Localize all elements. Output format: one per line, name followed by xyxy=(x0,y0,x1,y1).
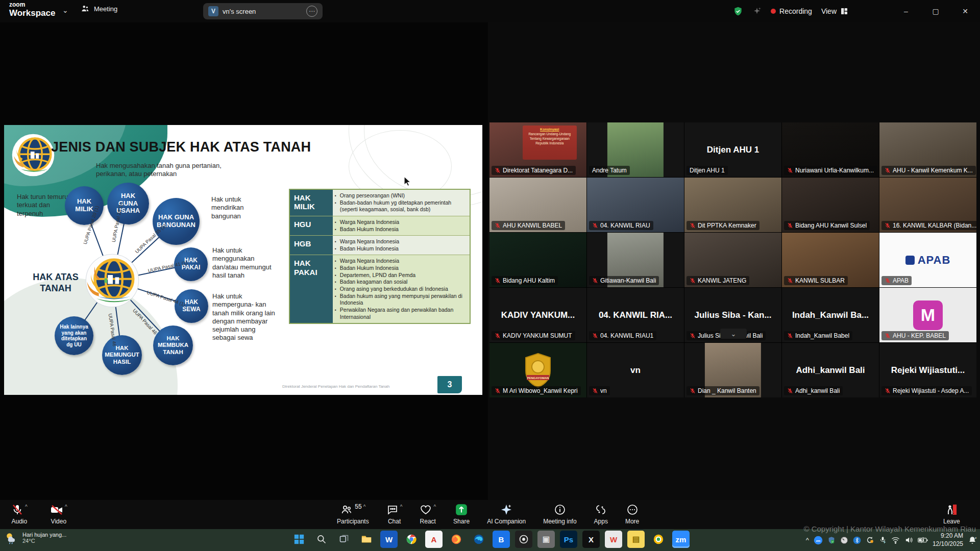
more-button[interactable]: More xyxy=(625,503,639,525)
tray-zoom-icon[interactable]: zm xyxy=(814,536,823,545)
leave-button[interactable]: Leave xyxy=(943,503,960,525)
participant-tile[interactable]: Indah_Kanwil Ba...Indah_Kanwil Babel xyxy=(782,288,879,342)
taskbar-app-obs[interactable] xyxy=(515,531,532,548)
mic-muted-icon xyxy=(690,278,696,284)
audio-button[interactable]: ^ Audio xyxy=(11,503,28,525)
tray-volume-icon[interactable] xyxy=(904,536,913,544)
chevron-down-icon: ⌄ xyxy=(731,330,737,338)
participant-tile[interactable]: KonsinyasiRancangan Undang-UndangTentang… xyxy=(489,122,586,177)
participant-tile[interactable]: MAHU - KEP. BABEL xyxy=(879,288,976,342)
participant-name: Bidang AHU Kaltim xyxy=(492,276,558,285)
taskbar-app-sticky-notes[interactable]: ▤ xyxy=(627,531,645,548)
close-button[interactable]: ✕ xyxy=(950,0,980,22)
video-options-chevron[interactable]: ^ xyxy=(65,504,67,510)
taskbar-app-firefox[interactable] xyxy=(448,531,465,548)
participant-name: Ditjen AHU 1 xyxy=(687,166,728,175)
taskbar-app-chrome[interactable] xyxy=(403,531,420,548)
apps-button[interactable]: Apps xyxy=(594,503,608,525)
react-button[interactable]: ^React xyxy=(420,503,436,525)
ai-sparkle-icon[interactable] xyxy=(752,7,762,16)
participant-tile[interactable]: Adhi_kanwil BaliAdhi_kanwil Bali xyxy=(782,343,879,397)
participant-grid-pane: KonsinyasiRancangan Undang-UndangTentang… xyxy=(488,22,980,500)
participant-tile[interactable]: 16. KANWIL KALBAR (Bidan... xyxy=(879,178,976,232)
participant-tile[interactable]: PENGAYOMAN M Ari Wibowo_Kanwil Kepri xyxy=(489,343,586,397)
tab-meeting[interactable]: Meeting xyxy=(81,4,117,13)
tray-sync-icon[interactable] xyxy=(866,536,874,544)
participant-tile[interactable]: Ditjen AHU 1Ditjen AHU 1 xyxy=(684,122,781,177)
notification-bell-icon[interactable]: z xyxy=(968,536,977,545)
pengayoman-logo: PENGAYOMAN xyxy=(522,353,554,388)
chat-button[interactable]: ^Chat xyxy=(386,503,403,525)
taskbar-app-device[interactable]: ▣ xyxy=(537,531,555,548)
weather-temp: 24°C xyxy=(22,538,66,544)
tray-mic-icon[interactable] xyxy=(879,536,887,544)
participant-name: 04. KANWIL RIAU1 xyxy=(589,331,656,340)
participant-tile[interactable]: Andre Tatum xyxy=(587,122,684,177)
view-button[interactable]: View xyxy=(821,7,848,15)
participant-tile[interactable]: AHU - Kanwil Kemenkum K... xyxy=(879,122,976,177)
participant-tile[interactable]: Rejeki Wijiastuti...Rejeki Wijiastuti - … xyxy=(879,343,976,397)
share-button[interactable]: Share xyxy=(453,503,470,525)
taskbar-app-photoshop[interactable]: Ps xyxy=(560,531,577,548)
taskbar-app-bluestacks[interactable]: B xyxy=(493,531,510,548)
taskbar-app-task-view[interactable] xyxy=(335,531,353,548)
participants-button[interactable]: 55^Participants xyxy=(337,503,369,525)
event-banner: KonsinyasiRancangan Undang-UndangTentang… xyxy=(523,126,577,159)
participant-tile[interactable]: vnvn xyxy=(587,343,684,397)
participant-tile[interactable]: Dian _ Kanwil Banten xyxy=(684,343,781,397)
participant-tile[interactable]: APABAPAB xyxy=(879,233,976,287)
participant-tile[interactable]: KANWIL SULBAR xyxy=(782,233,879,287)
participant-tile[interactable]: Gitiawan-Kanwil Bali xyxy=(587,233,684,287)
taskbar-app-file-explorer[interactable] xyxy=(358,531,375,548)
taskbar-app-word[interactable]: W xyxy=(380,531,398,548)
participant-tile[interactable]: 04. KANWIL RIAU xyxy=(587,178,684,232)
tab-vns-screen[interactable]: V vn's screen ⋯ xyxy=(203,3,323,19)
taskbar-app-start[interactable] xyxy=(290,531,308,548)
weather-text: Hari hujan yang... xyxy=(22,532,66,538)
shared-screen-pane: JENIS DAN SUBJEK HAK ATAS TANAH Hak meng… xyxy=(0,22,488,500)
participant-tile[interactable]: KANWIL JATENG xyxy=(684,233,781,287)
mic-muted-icon xyxy=(495,333,501,339)
mic-muted-icon xyxy=(690,388,696,394)
security-shield-icon[interactable] xyxy=(733,6,743,16)
participant-tile[interactable]: Dit PPTKA Kemnaker xyxy=(684,178,781,232)
taskbar-apps: WAB▣PsXW▤zm xyxy=(290,531,690,548)
video-button[interactable]: ^ Video xyxy=(50,503,67,525)
tray-chevron-up-icon[interactable]: ^ xyxy=(806,536,809,544)
taskbar-app-xodo[interactable]: X xyxy=(582,531,600,548)
tray-battery-icon[interactable] xyxy=(918,536,928,544)
participant-tile[interactable]: 04. KANWIL RIA...04. KANWIL RIAU1 xyxy=(587,288,684,342)
tray-wifi-icon[interactable] xyxy=(891,536,900,544)
minimize-button[interactable]: – xyxy=(891,0,921,22)
tray-bluetooth-icon[interactable] xyxy=(853,536,861,544)
participant-tile[interactable]: Bidang AHU Kaltim xyxy=(489,233,586,287)
ai-companion-button[interactable]: AI Companion xyxy=(487,503,526,525)
weather-widget[interactable]: Hari hujan yang... 24°C xyxy=(4,531,66,545)
mic-muted-icon xyxy=(787,333,793,339)
audio-options-chevron[interactable]: ^ xyxy=(25,504,28,510)
taskbar-app-acrobat[interactable]: A xyxy=(425,531,443,548)
video-muted-icon xyxy=(50,504,63,516)
taskbar-app-search[interactable] xyxy=(313,531,330,548)
maximize-button[interactable]: ▢ xyxy=(921,0,950,22)
clock-time: 9:20 AM xyxy=(933,532,963,540)
participant-tile[interactable]: Nuriawani Urfia-Kanwilkum... xyxy=(782,122,879,177)
taskbar-app-wps[interactable]: W xyxy=(605,531,622,548)
tray-monitor-icon[interactable] xyxy=(840,536,848,544)
participant-tile[interactable]: AHU KANWIL BABEL xyxy=(489,178,586,232)
brand-zoom: zoom xyxy=(9,2,55,8)
participant-tile[interactable]: KADIV YANKUM...KADIV YANKUM SUMUT xyxy=(489,288,586,342)
taskbar-app-zoom[interactable]: zm xyxy=(672,531,690,548)
hak-circle: HAK MEMBUKA TANAH xyxy=(153,325,193,365)
hak-subjek-table: HAK MILIK▪Orang perseorangan (WNI)▪Badan… xyxy=(289,189,471,324)
screen-tab-options-icon[interactable]: ⋯ xyxy=(306,6,317,17)
taskbar-app-edge[interactable] xyxy=(470,531,487,548)
workspace-chevron-icon[interactable]: ⌄ xyxy=(62,6,68,14)
taskbar-clock[interactable]: 9:20 AM 12/10/2025 xyxy=(933,532,963,548)
taskbar-app-chrome-profile[interactable] xyxy=(650,531,667,548)
participant-name: AHU KANWIL BABEL xyxy=(492,221,565,230)
collapse-gallery-button[interactable]: ⌄ xyxy=(720,329,747,339)
tray-defender-icon[interactable] xyxy=(827,536,836,544)
participant-tile[interactable]: Bidang AHU Kanwil Sulsel xyxy=(782,178,879,232)
meeting-info-button[interactable]: Meeting info xyxy=(543,503,576,525)
